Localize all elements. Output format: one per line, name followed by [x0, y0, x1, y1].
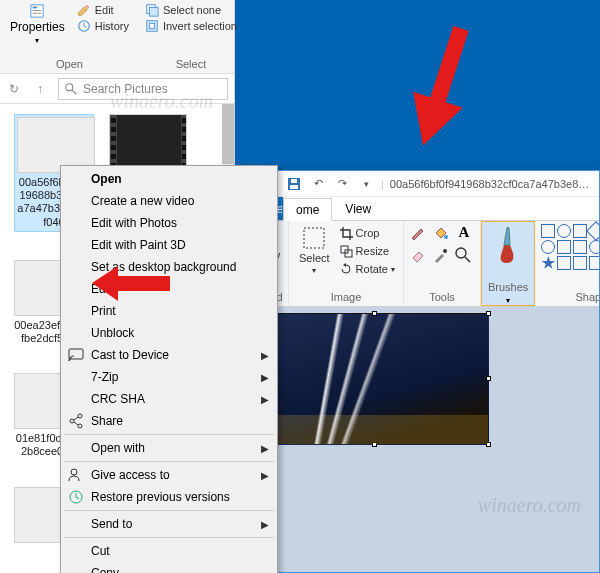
select-none-button[interactable]: Select none	[141, 2, 241, 18]
explorer-ribbon: Properties ▾ Edit History Open	[0, 0, 234, 74]
context-menu: Open Create a new video Edit with Photos…	[60, 165, 278, 573]
svg-rect-21	[182, 127, 187, 132]
svg-rect-23	[182, 145, 187, 150]
svg-rect-20	[182, 118, 187, 123]
svg-rect-11	[110, 115, 187, 170]
thumbnail[interactable]	[109, 114, 189, 170]
invert-selection-label: Invert selection	[163, 20, 237, 32]
ribbon-group-open-label: Open	[56, 58, 83, 73]
crop-button[interactable]: Crop	[338, 224, 397, 242]
people-icon	[68, 467, 84, 483]
chevron-right-icon: ▶	[261, 394, 269, 405]
cast-icon	[68, 347, 84, 363]
shapes-group-label: Shap	[576, 291, 601, 306]
back-refresh-icon[interactable]: ↻	[6, 82, 22, 96]
menu-open[interactable]: Open	[63, 168, 275, 190]
shapes-gallery[interactable]	[541, 224, 600, 270]
svg-rect-24	[182, 154, 187, 159]
chevron-right-icon: ▶	[261, 470, 269, 481]
ribbon-group-image: Select ▾ Crop Resize Rotate ▾ Image	[289, 221, 404, 306]
svg-rect-44	[114, 276, 170, 291]
svg-rect-2	[33, 10, 42, 11]
text-tool-icon[interactable]: A	[454, 224, 474, 241]
redo-icon[interactable]: ↷	[333, 175, 351, 193]
paint-tabs: File ome View	[255, 197, 599, 221]
svg-point-33	[443, 249, 447, 253]
menu-crc-sha[interactable]: CRC SHA▶	[63, 388, 275, 410]
pencil-tool-icon[interactable]	[410, 224, 430, 245]
brushes-button[interactable]: Brushes ▾	[481, 221, 535, 306]
svg-line-35	[465, 257, 470, 262]
menu-restore-versions[interactable]: Restore previous versions	[63, 486, 275, 508]
edit-button[interactable]: Edit	[73, 2, 133, 18]
select-none-label: Select none	[163, 4, 221, 16]
menu-share[interactable]: Share	[63, 410, 275, 432]
svg-rect-16	[111, 136, 116, 141]
ribbon-group-select: Select none Invert selection Select	[141, 2, 241, 73]
paint-window: ▾ ↶ ↷ ▾ | 00a56f6bf0f941968b32cf0ca7a47b…	[254, 170, 600, 573]
menu-7zip[interactable]: 7-Zip▶	[63, 366, 275, 388]
edit-label: Edit	[95, 4, 114, 16]
annotation-arrow-edit	[92, 262, 172, 304]
undo-icon[interactable]: ↶	[309, 175, 327, 193]
ribbon-group-tools: A Tools	[404, 221, 481, 306]
svg-point-40	[71, 469, 77, 475]
search-icon	[64, 82, 78, 96]
svg-marker-45	[92, 266, 118, 301]
history-label: History	[95, 20, 129, 32]
tools-group-label: Tools	[429, 291, 455, 306]
menu-give-access[interactable]: Give access to▶	[63, 464, 275, 486]
menu-separator	[64, 434, 274, 435]
select-button[interactable]: Select ▾	[295, 224, 334, 277]
rotate-button[interactable]: Rotate ▾	[338, 260, 397, 278]
svg-point-38	[70, 419, 74, 423]
menu-separator	[64, 537, 274, 538]
svg-rect-1	[33, 7, 37, 9]
invert-selection-button[interactable]: Invert selection	[141, 18, 241, 34]
tab-view[interactable]: View	[332, 197, 384, 220]
svg-rect-27	[290, 185, 298, 189]
eraser-tool-icon[interactable]	[410, 246, 430, 267]
picker-tool-icon[interactable]	[432, 246, 452, 267]
search-placeholder: Search Pictures	[83, 82, 168, 96]
history-button[interactable]: History	[73, 18, 133, 34]
save-icon[interactable]	[285, 175, 303, 193]
magnifier-tool-icon[interactable]	[454, 246, 474, 267]
menu-edit-paint3d[interactable]: Edit with Paint 3D	[63, 234, 275, 256]
menu-create-video[interactable]: Create a new video	[63, 190, 275, 212]
menu-cast[interactable]: Cast to Device▶	[63, 344, 275, 366]
svg-line-10	[72, 89, 76, 93]
resize-button[interactable]: Resize	[338, 242, 397, 260]
paint-titlebar[interactable]: ▾ ↶ ↷ ▾ | 00a56f6bf0f941968b32cf0ca7a47b…	[255, 171, 599, 197]
svg-rect-29	[304, 228, 324, 248]
menu-edit-photos[interactable]: Edit with Photos	[63, 212, 275, 234]
menu-cut[interactable]: Cut	[63, 540, 275, 562]
menu-copy[interactable]: Copy	[63, 562, 275, 573]
menu-separator	[64, 461, 274, 462]
svg-point-37	[78, 414, 82, 418]
search-input[interactable]: Search Pictures	[58, 78, 228, 100]
watermark: winaero.com	[478, 494, 581, 517]
menu-send-to[interactable]: Send to▶	[63, 513, 275, 535]
qat-dropdown-icon[interactable]: ▾	[357, 175, 375, 193]
svg-rect-42	[429, 26, 469, 107]
svg-rect-17	[111, 145, 116, 150]
menu-open-with[interactable]: Open with▶	[63, 437, 275, 459]
menu-unblock[interactable]: Unblock	[63, 322, 275, 344]
tab-home[interactable]: ome	[283, 198, 332, 221]
chevron-right-icon: ▶	[261, 519, 269, 530]
explorer-toolbar: ↻ ↑ Search Pictures	[0, 74, 234, 104]
svg-rect-8	[149, 23, 154, 28]
fill-tool-icon[interactable]	[432, 224, 452, 245]
paint-canvas-area[interactable]: winaero.com	[255, 307, 599, 572]
scrollbar-thumb[interactable]	[222, 104, 234, 164]
svg-rect-18	[111, 154, 116, 159]
properties-button[interactable]: Properties ▾	[6, 2, 69, 47]
paint-ribbon: ut opy oard Select ▾ Crop Resize Rotate …	[255, 221, 599, 307]
chevron-right-icon: ▶	[261, 372, 269, 383]
svg-point-32	[444, 235, 448, 239]
paint-canvas[interactable]	[261, 313, 489, 445]
svg-rect-15	[111, 127, 116, 132]
up-icon[interactable]: ↑	[32, 82, 48, 96]
svg-marker-43	[398, 92, 462, 154]
